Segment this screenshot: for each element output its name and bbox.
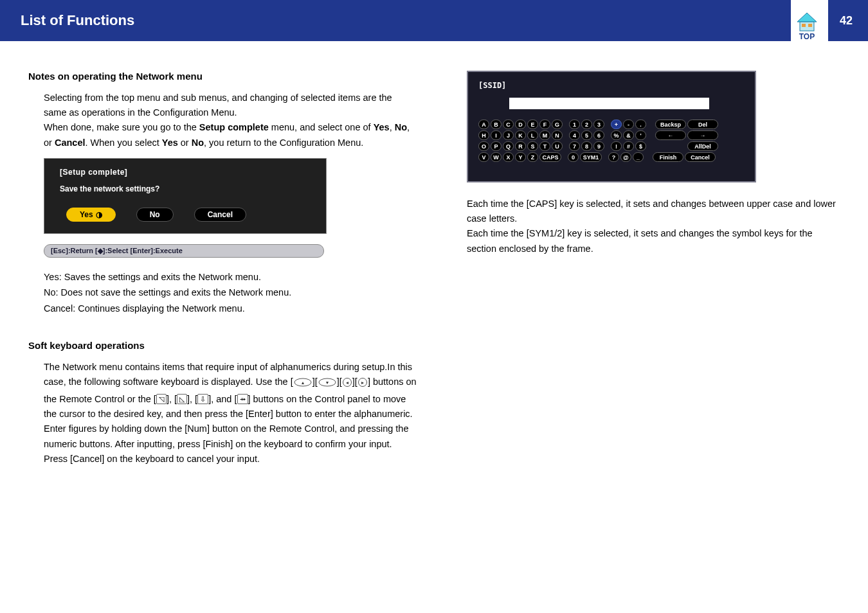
key-6[interactable]: 6 <box>593 130 604 140</box>
key-z[interactable]: Z <box>527 152 538 162</box>
svg-text:▸: ▸ <box>361 380 364 386</box>
key-1[interactable]: 1 <box>569 120 580 129</box>
key-del[interactable]: Del <box>687 120 718 129</box>
panel-voldown-icon: ⇩ <box>197 394 208 404</box>
notes-line2a: When done, make sure you go to the <box>44 122 199 132</box>
key-h[interactable]: H <box>478 130 489 140</box>
key-f[interactable]: F <box>539 120 550 129</box>
yes-no-explain: Yes: Saves the settings and exits the Ne… <box>44 269 417 317</box>
key-sym[interactable]: + <box>611 120 622 129</box>
panel-volup-icon: ⤀ <box>237 394 248 404</box>
page-number: 42 <box>840 14 853 28</box>
dialog-yes-button[interactable]: Yes ◑ <box>66 208 116 222</box>
key-s[interactable]: S <box>527 141 538 151</box>
key-p[interactable]: P <box>491 141 502 151</box>
bold-yes: Yes <box>374 122 390 132</box>
dialog-cancel-button[interactable]: Cancel <box>194 208 246 222</box>
key-w[interactable]: W <box>491 152 502 162</box>
heading-softkb: Soft keyboard operations <box>28 340 417 351</box>
dialog-no-button[interactable]: No <box>136 208 174 222</box>
dialog-footer-hints: [Esc]:Return [◆]:Select [Enter]:Execute <box>44 244 324 258</box>
key-←[interactable]: ← <box>655 130 686 140</box>
kb-text-input[interactable] <box>509 98 709 109</box>
key-y[interactable]: Y <box>515 152 526 162</box>
dialog-question: Save the network settings? <box>60 184 311 193</box>
key-x[interactable]: X <box>503 152 514 162</box>
explain-yes: Yes: Saves the settings and exits the Ne… <box>44 269 417 285</box>
key-g[interactable]: G <box>552 120 563 129</box>
key-sym[interactable]: ' <box>635 130 646 140</box>
key-sym[interactable]: # <box>623 141 634 151</box>
key-d[interactable]: D <box>515 120 526 129</box>
key-t[interactable]: T <box>539 141 550 151</box>
key-sym[interactable]: % <box>611 130 622 140</box>
key-9[interactable]: 9 <box>593 141 604 151</box>
explain-no: No: Does not save the settings and exits… <box>44 285 417 301</box>
kb-keys-grid: ABCDEFG123+-.BackspDelHIJKLMN456%&'←→OPQ… <box>478 120 745 162</box>
key-j[interactable]: J <box>503 130 514 140</box>
key-0[interactable]: 0 <box>568 152 579 162</box>
caps-note: Each time the [CAPS] key is selected, it… <box>467 197 840 256</box>
key-q[interactable]: Q <box>503 141 514 151</box>
page-title: List of Functions <box>21 12 134 29</box>
key-sym[interactable]: ? <box>608 152 619 162</box>
key-m[interactable]: M <box>539 130 550 140</box>
left-column: Notes on operating the Network menu Sele… <box>28 71 417 474</box>
key-b[interactable]: B <box>491 120 502 129</box>
remote-left-icon: ◂ <box>342 377 352 392</box>
key-sym[interactable]: & <box>623 130 634 140</box>
key-finish[interactable]: Finish <box>653 152 683 162</box>
key-v[interactable]: V <box>478 152 489 162</box>
key-sym[interactable]: ! <box>611 141 622 151</box>
key-cancel[interactable]: Cancel <box>685 152 716 162</box>
kb-field-label: [SSID] <box>478 81 745 90</box>
top-link[interactable]: TOP <box>791 0 828 41</box>
key-sym[interactable]: @ <box>620 152 631 162</box>
header-bar: List of Functions TOP 42 <box>0 0 868 41</box>
key-a[interactable]: A <box>478 120 489 129</box>
key-i[interactable]: I <box>491 130 502 140</box>
key-o[interactable]: O <box>478 141 489 151</box>
panel-narrow-icon: ◺ <box>177 394 187 404</box>
top-label: TOP <box>797 32 817 41</box>
key-backsp[interactable]: Backsp <box>655 120 686 129</box>
soft-keyboard: [SSID] ABCDEFG123+-.BackspDelHIJKLMN456%… <box>467 71 756 182</box>
key-sym[interactable]: _ <box>633 152 644 162</box>
key-e[interactable]: E <box>527 120 538 129</box>
home-top-icon: TOP <box>795 12 819 41</box>
key-c[interactable]: C <box>503 120 514 129</box>
remote-down-icon: ▾ <box>318 377 337 392</box>
remote-right-icon: ▸ <box>357 377 368 392</box>
key-7[interactable]: 7 <box>569 141 580 151</box>
key-sym[interactable]: . <box>635 120 646 129</box>
key-u[interactable]: U <box>552 141 563 151</box>
key-8[interactable]: 8 <box>581 141 592 151</box>
notes-paragraph: Selecting from the top menu and sub menu… <box>44 91 417 150</box>
svg-text:▾: ▾ <box>326 380 329 386</box>
explain-cancel: Cancel: Continues displaying the Network… <box>44 301 417 317</box>
key-sym[interactable]: - <box>623 120 634 129</box>
key-5[interactable]: 5 <box>581 130 592 140</box>
key-alldel[interactable]: AllDel <box>687 141 718 151</box>
right-column: [SSID] ABCDEFG123+-.BackspDelHIJKLMN456%… <box>451 71 840 474</box>
notes-line1: Selecting from the top menu and sub menu… <box>44 93 392 118</box>
key-→[interactable]: → <box>687 130 718 140</box>
svg-marker-0 <box>797 13 817 22</box>
panel-wide-icon: ◹ <box>156 394 167 404</box>
key-3[interactable]: 3 <box>593 120 604 129</box>
key-sym1[interactable]: SYM1 <box>580 152 602 162</box>
key-2[interactable]: 2 <box>581 120 592 129</box>
setup-complete-dialog: [Setup complete] Save the network settin… <box>44 158 327 234</box>
key-caps[interactable]: CAPS <box>539 152 561 162</box>
key-4[interactable]: 4 <box>569 130 580 140</box>
key-r[interactable]: R <box>515 141 526 151</box>
key-sym[interactable]: $ <box>635 141 646 151</box>
key-n[interactable]: N <box>552 130 563 140</box>
dialog-title: [Setup complete] <box>60 168 311 177</box>
content: Notes on operating the Network menu Sele… <box>0 41 868 474</box>
key-k[interactable]: K <box>515 130 526 140</box>
header-right: TOP 42 <box>791 0 868 41</box>
key-l[interactable]: L <box>527 130 538 140</box>
svg-text:▴: ▴ <box>302 380 304 386</box>
bold-no: No <box>395 122 407 132</box>
